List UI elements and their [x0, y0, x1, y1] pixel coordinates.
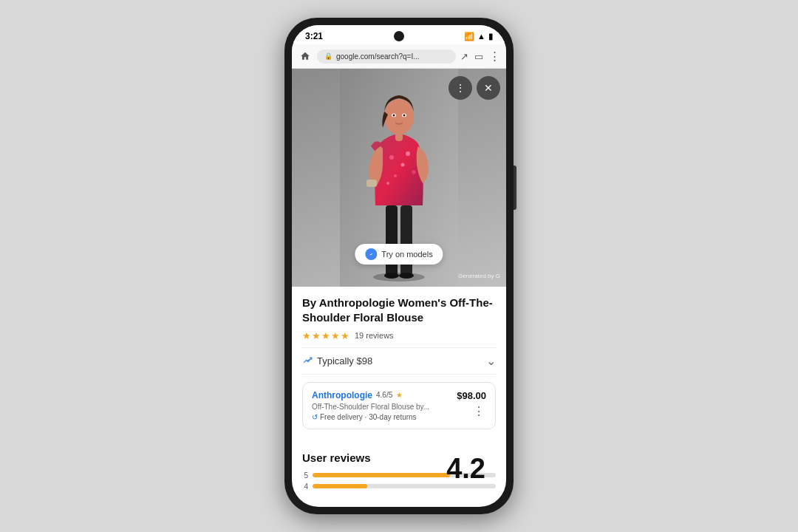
- page-content[interactable]: ⋮ ✕ Try on models: [292, 69, 506, 507]
- product-title: By Anthropologie Women's Off-The-Shoulde…: [302, 296, 496, 326]
- try-on-icon: [365, 248, 377, 260]
- camera-notch: [394, 31, 404, 41]
- merchant-description: Off-The-Shoulder Floral Blouse by...: [312, 403, 451, 411]
- svg-point-6: [389, 155, 394, 160]
- svg-point-15: [384, 99, 414, 134]
- status-time: 3:21: [305, 31, 323, 41]
- merchant-rating: 4.6/5: [376, 391, 392, 399]
- bar-fill-5: [313, 473, 450, 477]
- tabs-icon[interactable]: ▭: [474, 51, 483, 62]
- svg-point-18: [393, 115, 395, 117]
- bar-fill-4: [313, 484, 367, 488]
- phone-frame: 3:21 📶 ▲ ▮ 🔒 google.com/search?q=I... ↗ …: [284, 18, 514, 514]
- svg-rect-3: [400, 205, 412, 276]
- svg-point-11: [412, 171, 416, 174]
- reviews-bottom: 5 4 4.2: [302, 471, 496, 491]
- svg-point-4: [384, 273, 399, 279]
- svg-point-7: [401, 163, 405, 167]
- image-overlay-buttons: ⋮ ✕: [449, 76, 500, 100]
- svg-point-10: [386, 182, 389, 185]
- merchant-card[interactable]: Anthropologie 4.6/5 ★ Off-The-Shoulder F…: [302, 382, 496, 429]
- bar-bg-4: [313, 484, 496, 488]
- delivery-icon: ↺: [312, 413, 318, 421]
- price-left: Typically $98: [302, 355, 372, 367]
- price-typically: Typically $98: [317, 355, 372, 366]
- signal-icon: ▲: [477, 32, 485, 41]
- reviews-count: 19 reviews: [355, 331, 394, 340]
- merchant-info: Anthropologie 4.6/5 ★ Off-The-Shoulder F…: [312, 390, 451, 421]
- merchant-name-row: Anthropologie 4.6/5 ★: [312, 390, 451, 400]
- svg-rect-2: [386, 205, 398, 276]
- rating-label-4: 4: [302, 482, 308, 491]
- wifi-icon: 📶: [464, 32, 474, 41]
- status-icons: 📶 ▲ ▮: [464, 32, 493, 41]
- merchant-price: $98.00: [457, 390, 486, 401]
- svg-point-9: [406, 151, 410, 156]
- price-row[interactable]: Typically $98 ⌄: [302, 347, 496, 375]
- close-button[interactable]: ✕: [477, 76, 500, 100]
- browser-actions: ↗ ▭ ⋮: [460, 50, 500, 63]
- svg-point-5: [399, 273, 414, 279]
- try-on-label: Try on models: [381, 250, 432, 259]
- lock-icon: 🔒: [324, 52, 332, 60]
- more-icon[interactable]: ⋮: [489, 50, 500, 63]
- user-reviews-section: User reviews 5 4: [292, 444, 506, 498]
- close-icon: ✕: [484, 82, 493, 94]
- product-image-area: ⋮ ✕ Try on models: [292, 69, 506, 287]
- merchant-star: ★: [396, 391, 403, 399]
- svg-point-19: [403, 115, 406, 117]
- shipping-text: Free delivery · 30-day returns: [320, 413, 417, 421]
- generated-label: Generated by G: [458, 273, 500, 279]
- merchant-name: Anthropologie: [312, 390, 372, 400]
- merchant-shipping: ↺ Free delivery · 30-day returns: [312, 413, 451, 421]
- url-text: google.com/search?q=I...: [336, 52, 420, 61]
- price-chevron: ⌄: [486, 354, 496, 368]
- svg-point-1: [373, 273, 425, 282]
- ratings-row: ★★★★★ 19 reviews: [302, 330, 496, 341]
- more-options-button[interactable]: ⋮: [449, 76, 472, 100]
- big-rating-number: 4.2: [446, 453, 485, 485]
- star-rating: ★★★★★: [302, 330, 350, 341]
- phone-screen: 3:21 📶 ▲ ▮ 🔒 google.com/search?q=I... ↗ …: [292, 25, 506, 507]
- product-info-section: By Anthropologie Women's Off-The-Shoulde…: [292, 287, 506, 444]
- url-bar[interactable]: 🔒 google.com/search?q=I...: [317, 50, 456, 64]
- more-dots-icon: ⋮: [455, 82, 466, 94]
- side-button-right: [514, 166, 516, 210]
- battery-icon: ▮: [488, 32, 493, 41]
- try-on-button[interactable]: Try on models: [355, 244, 443, 265]
- browser-chrome: 🔒 google.com/search?q=I... ↗ ▭ ⋮: [292, 44, 506, 69]
- svg-rect-13: [366, 180, 377, 187]
- home-button[interactable]: [298, 49, 313, 64]
- svg-point-8: [394, 174, 397, 177]
- rating-label-5: 5: [302, 471, 308, 480]
- merchant-more-button[interactable]: ⋮: [471, 404, 486, 418]
- trend-icon: [302, 355, 313, 367]
- share-icon[interactable]: ↗: [460, 51, 468, 62]
